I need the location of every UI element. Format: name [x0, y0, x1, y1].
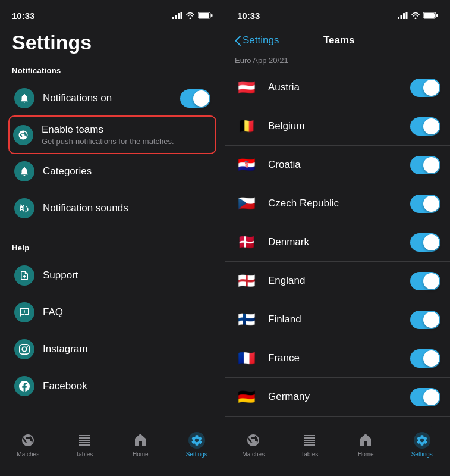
back-label: Settings	[243, 35, 279, 46]
back-chevron-icon	[235, 36, 241, 46]
instagram-icon-circle	[14, 339, 34, 359]
svg-rect-10	[406, 12, 408, 19]
enable-teams-sublabel: Get push-notifications for the matches.	[42, 137, 212, 146]
tab-tables-left[interactable]: Tables	[56, 432, 113, 458]
team-name-1: Belgium	[268, 120, 410, 132]
wifi-icon-right	[411, 12, 420, 19]
bell-outline-icon	[19, 166, 30, 177]
tab-settings-right[interactable]: Settings	[394, 432, 451, 458]
team-toggle-3[interactable]	[410, 195, 440, 213]
settings-item-categories[interactable]: Categories	[10, 153, 215, 190]
team-name-0: Austria	[268, 82, 410, 93]
tab-home-left[interactable]: Home	[112, 432, 169, 458]
settings-icon-right	[416, 434, 429, 447]
team-flag-austria: 🇦🇹	[235, 76, 259, 99]
nav-title: Teams	[279, 35, 399, 46]
enable-teams-label: Enable teams	[42, 124, 212, 136]
settings-item-notification-sounds[interactable]: Notification sounds	[10, 190, 215, 227]
team-toggle-5[interactable]	[410, 272, 440, 290]
team-toggle-7[interactable]	[410, 349, 440, 368]
teams-list: 🇦🇹 Austria 🇧🇪 Belgium 🇭🇷 Croatia 🇨🇿 Czec…	[225, 68, 450, 427]
matches-tab-label-left: Matches	[17, 451, 39, 458]
soccer-icon	[18, 130, 29, 140]
team-row[interactable]: 🇫🇮 Finland	[225, 300, 450, 339]
enable-teams-text: Enable teams Get push-notifications for …	[42, 124, 212, 146]
battery-icon-right	[423, 12, 438, 19]
instagram-text: Instagram	[43, 343, 210, 355]
settings-tab-label-right: Settings	[411, 451, 433, 458]
team-row[interactable]: 🇫🇷 France	[225, 339, 450, 378]
categories-icon-circle	[14, 161, 34, 181]
team-toggle-8[interactable]	[410, 388, 440, 406]
team-row[interactable]: 🇩🇰 Denmark	[225, 223, 450, 262]
tab-matches-right[interactable]: Matches	[225, 432, 282, 458]
instagram-icon	[19, 344, 30, 355]
matches-tab-icon-right	[245, 432, 262, 449]
tables-tab-icon-right	[301, 432, 318, 449]
team-flag-belgium: 🇧🇪	[235, 114, 259, 138]
back-button[interactable]: Settings	[235, 35, 279, 46]
right-tab-bar: Matches Tables Home Settings	[225, 427, 450, 476]
team-toggle-2[interactable]	[410, 156, 440, 174]
status-time-left: 10:33	[12, 11, 34, 21]
settings-item-facebook[interactable]: Facebook	[10, 368, 215, 405]
sounds-icon-circle	[14, 198, 34, 218]
faq-doc-icon	[19, 307, 30, 318]
svg-rect-2	[178, 13, 180, 19]
team-name-4: Denmark	[268, 236, 410, 248]
settings-item-faq[interactable]: FAQ	[10, 294, 215, 331]
settings-item-enable-teams[interactable]: Enable teams Get push-notifications for …	[8, 115, 216, 154]
tables-tab-label-right: Tables	[301, 451, 318, 458]
tab-matches-left[interactable]: Matches	[0, 432, 56, 458]
tab-home-right[interactable]: Home	[338, 432, 394, 458]
notification-sounds-text: Notification sounds	[43, 202, 210, 214]
left-content: Settings Notifications Notifications on …	[0, 26, 225, 427]
home-icon-right	[358, 433, 373, 447]
team-row[interactable]: 🇭🇺 Hungary	[225, 416, 450, 427]
notifications-on-label: Notifications on	[43, 92, 180, 104]
wifi-icon	[185, 12, 195, 19]
team-row[interactable]: 🇦🇹 Austria	[225, 68, 450, 107]
team-toggle-6[interactable]	[410, 311, 440, 329]
team-flag-finland: 🇫🇮	[235, 308, 259, 331]
team-row[interactable]: 🇧🇪 Belgium	[225, 107, 450, 146]
svg-rect-13	[436, 14, 438, 17]
right-nav: Settings Teams	[225, 26, 450, 52]
facebook-label: Facebook	[43, 380, 210, 392]
team-row[interactable]: 🇩🇪 Germany	[225, 378, 450, 416]
notifications-toggle[interactable]	[180, 89, 210, 108]
signal-icon-right	[398, 12, 408, 19]
settings-item-notifications-on[interactable]: Notifications on	[10, 80, 215, 117]
notification-sounds-label: Notification sounds	[43, 202, 210, 214]
home-tab-icon-right	[357, 432, 374, 449]
page-title: Settings	[12, 31, 215, 54]
team-flag-croatia: 🇭🇷	[235, 153, 259, 177]
tab-tables-right[interactable]: Tables	[282, 432, 338, 458]
team-row[interactable]: 🇨🇿 Czech Republic	[225, 184, 450, 223]
home-icon	[133, 433, 147, 447]
settings-tab-icon-circle-right	[414, 432, 430, 449]
bell-icon	[19, 93, 30, 104]
team-row[interactable]: 🏴󠁧󠁢󠁥󠁮󠁧󠁿 England	[225, 262, 450, 300]
team-toggle-4[interactable]	[410, 233, 440, 252]
home-tab-icon-left	[132, 432, 149, 449]
team-toggle-1[interactable]	[410, 117, 440, 136]
svg-rect-12	[424, 13, 435, 18]
status-icons-left	[172, 12, 213, 19]
support-label: Support	[43, 270, 210, 281]
team-toggle-0[interactable]	[410, 79, 440, 97]
speaker-icon	[19, 203, 30, 214]
svg-rect-8	[401, 15, 402, 19]
team-flag-czech-republic: 🇨🇿	[235, 192, 259, 215]
tab-settings-left[interactable]: Settings	[169, 432, 225, 458]
team-name-7: France	[268, 352, 410, 364]
facebook-text: Facebook	[43, 380, 210, 392]
notifications-icon-circle	[14, 88, 34, 108]
status-time-right: 10:33	[237, 11, 260, 21]
settings-item-support[interactable]: Support	[10, 257, 215, 294]
facebook-icon-circle	[14, 376, 34, 396]
settings-tab-label-left: Settings	[186, 451, 207, 458]
team-row[interactable]: 🇭🇷 Croatia	[225, 146, 450, 184]
settings-icon-left	[190, 434, 203, 447]
settings-item-instagram[interactable]: Instagram	[10, 331, 215, 368]
